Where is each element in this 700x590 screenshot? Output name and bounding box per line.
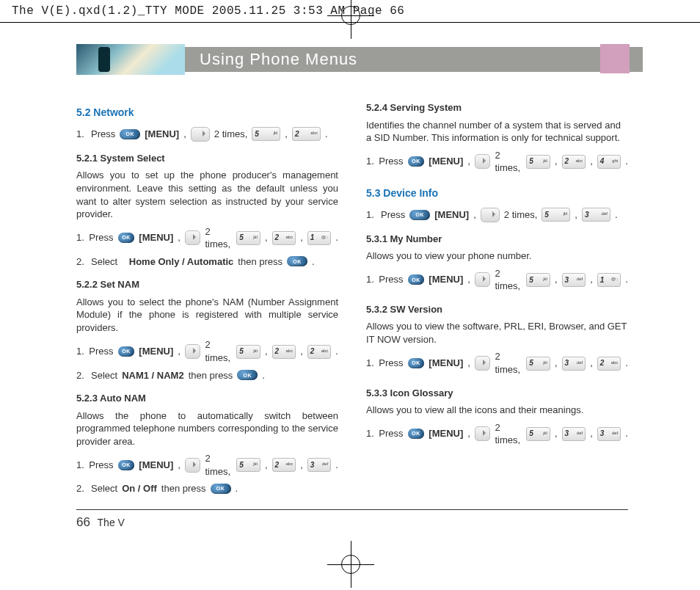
step-5-3-3: 1. Press OK [MENU], 2 times, 5jkl, 3def,… [366, 421, 628, 447]
key-3: 3def [562, 427, 586, 441]
column-right: 5.2.4 Serving System Identifies the chan… [366, 101, 628, 500]
key-5: 5jkl [526, 357, 550, 371]
key-5: 5jkl [526, 427, 550, 441]
key-2: 2abc [562, 155, 586, 169]
key-3: 3def [562, 273, 586, 287]
page-body: Using Phone Menus 5.2 Network 1. Press O… [76, 44, 628, 500]
nav-right-icon [185, 344, 200, 359]
step-5-2-2-b: 2. Select NAM1 / NAM2 then press OK. [76, 369, 338, 382]
nav-right-icon [185, 230, 200, 245]
key-5: 5jkl [542, 208, 570, 222]
footer-rule [76, 509, 628, 510]
nav-right-icon [475, 154, 490, 169]
ok-icon: OK [287, 256, 307, 266]
step-5-2-4: 1. Press OK [MENU], 2 times, 5jkl, 2abc,… [366, 149, 628, 175]
section-5-3-3-body: Allows you to view all the icons and the… [366, 404, 628, 417]
key-5: 5jkl [236, 458, 260, 472]
registration-mark-bottom [341, 555, 360, 574]
section-5-2-4-body: Identifies the channel number of a syste… [366, 119, 628, 145]
ok-icon: OK [237, 370, 258, 380]
chapter-accent [600, 44, 630, 73]
content-columns: 5.2 Network 1. Press OK [MENU], 2 times,… [76, 101, 628, 500]
section-5-3-2-title: 5.3.2 SW Version [366, 303, 628, 316]
key-2: 2abc [292, 127, 321, 141]
key-2: 2abc [272, 345, 296, 359]
key-5: 5jkl [526, 155, 550, 169]
column-left: 5.2 Network 1. Press OK [MENU], 2 times,… [76, 101, 338, 500]
key-2: 2abc [597, 357, 621, 371]
ok-icon: OK [118, 460, 135, 470]
key-3: 3def [597, 427, 621, 441]
ok-icon: OK [408, 429, 425, 439]
key-3: 3def [307, 458, 332, 472]
key-5: 5jkl [236, 345, 260, 359]
t: Press [91, 128, 115, 141]
nav-right-icon [475, 426, 490, 441]
step-5-3-2: 1. Press OK [MENU], 2 times, 5jkl, 3def,… [366, 350, 628, 376]
step-5-2-2-a: 1. Press OK [MENU], 2 times, 5jkl, 2abc,… [76, 338, 338, 364]
section-5-2-3-body: Allows the phone to automatically switch… [76, 409, 338, 448]
key-3: 3def [562, 357, 586, 371]
key-3: 3def [582, 208, 610, 222]
nav-right-icon [475, 272, 490, 287]
key-2: 2abc [307, 345, 332, 359]
step-5-2-3-b: 2. Select On / Off then press OK. [76, 482, 338, 495]
key-5: 5jkl [526, 273, 550, 287]
step-5-2-3-a: 1. Press OK [MENU], 2 times, 5jkl, 2abc,… [76, 452, 338, 478]
chapter-header: Using Phone Menus [76, 44, 628, 81]
key-5: 5jkl [236, 231, 260, 245]
ok-icon: OK [408, 156, 425, 167]
section-5-2-1-title: 5.2.1 System Select [76, 152, 338, 165]
key-2: 2abc [272, 458, 296, 472]
section-5-3-3-title: 5.3.3 Icon Glossary [366, 387, 628, 400]
section-5-3-1-body: Allows you to view your phone number. [366, 250, 628, 263]
key-1: 1@.: [597, 273, 621, 287]
key-4: 4ghi [597, 155, 621, 169]
t: 2 times, [214, 128, 248, 141]
section-5-2-1-body: Allows you to set up the phone producer'… [76, 169, 338, 220]
registration-mark-top [341, 6, 360, 25]
step-5-3-1: 1. Press OK [MENU], 2 times, 5jkl, 3def,… [366, 267, 628, 293]
book-title: The V [98, 517, 125, 528]
step-5-2-1-b: 2. Select Home Only / Automatic then pre… [76, 255, 338, 269]
chapter-title: Using Phone Menus [185, 47, 643, 72]
step-5-3: 1. Press OK [MENU], 2 times, 5jkl, 3def. [366, 208, 628, 222]
ok-icon: OK [409, 210, 430, 220]
key-5: 5jkl [252, 127, 280, 141]
section-5-2-title: 5.2 Network [76, 106, 338, 120]
t: [MENU] [145, 128, 179, 141]
ok-icon: OK [118, 233, 135, 243]
section-5-2-3-title: 5.2.3 Auto NAM [76, 392, 338, 405]
page-number: 66 [76, 515, 90, 529]
nav-right-icon [481, 208, 500, 222]
step-5-2-1-a: 1. Press OK [MENU], 2 times, 5jkl, 2abc,… [76, 225, 338, 251]
key-2: 2abc [272, 231, 296, 245]
nav-right-icon [475, 356, 490, 371]
section-5-3-1-title: 5.3.1 My Number [366, 233, 628, 246]
ok-icon: OK [408, 358, 425, 368]
nav-right-icon [185, 458, 200, 473]
ok-icon: OK [118, 346, 135, 357]
section-5-3-title: 5.3 Device Info [366, 186, 628, 200]
page-footer: 66 The V [76, 515, 125, 530]
ok-icon: OK [211, 484, 231, 494]
ok-icon: OK [120, 129, 140, 139]
ok-icon: OK [408, 274, 425, 285]
section-5-3-2-body: Allows you to view the software, PRL, ER… [366, 320, 628, 346]
key-1: 1@.: [307, 231, 332, 245]
step-5-2: 1. Press OK [MENU], 2 times, 5jkl, 2abc. [76, 127, 338, 142]
section-5-2-2-title: 5.2.2 Set NAM [76, 278, 338, 291]
nav-right-icon [191, 127, 210, 142]
section-5-2-4-title: 5.2.4 Serving System [366, 101, 628, 114]
chapter-photo [76, 44, 185, 75]
section-5-2-2-body: Allows you to select the phone's NAM (Nu… [76, 296, 338, 335]
